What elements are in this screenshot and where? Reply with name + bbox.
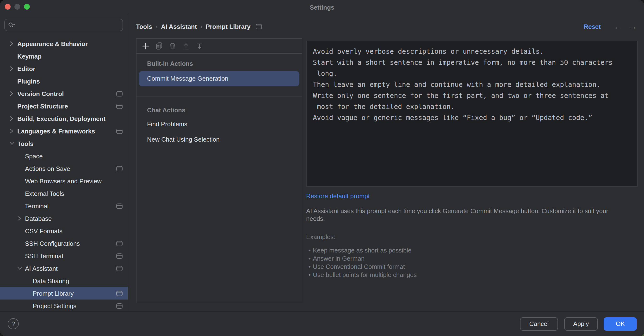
sidebar-item-space[interactable]: Space — [0, 150, 128, 162]
help-button[interactable]: ? — [8, 318, 19, 329]
prompt-description-line: AI Assistant uses this prompt each time … — [306, 207, 638, 215]
prompt-line: Then leave an empty line and continue wi… — [313, 79, 631, 90]
prompt-line: Avoid vague or generic messages like “Fi… — [313, 112, 631, 123]
chevron-down-icon[interactable] — [17, 266, 25, 270]
per-project-icon — [116, 91, 122, 96]
delete-icon[interactable] — [168, 42, 177, 50]
title-bar: Settings — [0, 0, 644, 14]
cancel-button[interactable]: Cancel — [520, 317, 558, 331]
bullet-icon: • — [306, 271, 313, 279]
search-caret-icon — [13, 24, 15, 25]
sidebar-item-tools[interactable]: Tools — [0, 137, 128, 150]
chevron-right-icon[interactable] — [10, 41, 17, 46]
sidebar-item-editor[interactable]: Editor — [0, 62, 128, 75]
back-arrow-icon[interactable]: ← — [614, 22, 622, 30]
group-divider — [136, 96, 302, 96]
example-item: •Use bullet points for multiple changes — [306, 271, 638, 279]
sidebar-item-plugins[interactable]: Plugins — [0, 75, 128, 87]
add-icon[interactable] — [141, 42, 150, 50]
sidebar-item-project-structure[interactable]: Project Structure — [0, 100, 128, 112]
sidebar-item-ssh-terminal[interactable]: SSH Terminal — [0, 250, 128, 262]
sidebar-item-languages-frameworks[interactable]: Languages & Frameworks — [0, 125, 128, 137]
sidebar-item-csv-formats[interactable]: CSV Formats — [0, 225, 128, 237]
breadcrumb-prompt-library: Prompt Library — [206, 23, 250, 30]
actions-list: Built-In Actions Commit Message Generati… — [136, 54, 302, 147]
chevron-right-icon[interactable] — [10, 91, 17, 96]
import-icon[interactable] — [195, 42, 204, 50]
chevron-right-icon[interactable] — [17, 216, 25, 221]
breadcrumb: Tools › AI Assistant › Prompt Library — [136, 23, 262, 30]
chevron-right-icon[interactable] — [10, 129, 17, 134]
sidebar-item-prompt-library[interactable]: Prompt Library — [0, 287, 128, 300]
bullet-icon: • — [306, 263, 313, 271]
sidebar-item-actions-on-save[interactable]: Actions on Save — [0, 162, 128, 175]
prompt-line: most for the detailed explanation. — [313, 101, 631, 112]
per-project-icon — [116, 203, 122, 208]
chevron-right-icon[interactable] — [10, 66, 17, 71]
bullet-icon: • — [306, 254, 313, 263]
prompt-description-line: needs. — [306, 215, 638, 223]
duplicate-icon[interactable] — [155, 42, 164, 50]
settings-tree: Appearance & Behavior Keymap Editor Plug… — [0, 37, 128, 311]
settings-window: Settings Appearance & Behavior Keymap — [0, 0, 644, 336]
sidebar-item-appearance-behavior[interactable]: Appearance & Behavior — [0, 37, 128, 50]
prompt-details: Avoid overly verbose descriptions or unn… — [306, 38, 638, 311]
example-item: •Answer in German — [306, 254, 638, 263]
sidebar-item-keymap[interactable]: Keymap — [0, 50, 128, 62]
sidebar-item-web-browsers-and-preview[interactable]: Web Browsers and Preview — [0, 175, 128, 187]
list-item-commit-message-generation[interactable]: Commit Message Generation — [139, 71, 300, 86]
per-project-icon — [116, 103, 122, 109]
prompt-line: Write only one sentence for the first pa… — [313, 90, 631, 101]
sidebar-item-build-execution-deployment[interactable]: Build, Execution, Deployment — [0, 112, 128, 125]
sidebar-item-ai-assistant[interactable]: AI Assistant — [0, 262, 128, 275]
page-header: Tools › AI Assistant › Prompt Library Re… — [128, 14, 644, 38]
breadcrumb-separator: › — [156, 23, 158, 30]
per-project-icon — [116, 241, 122, 246]
breadcrumb-ai-assistant[interactable]: AI Assistant — [161, 23, 197, 30]
settings-search-box[interactable] — [4, 19, 123, 31]
export-icon[interactable] — [182, 42, 190, 50]
example-text: Answer in German — [313, 254, 364, 263]
group-header-chat-actions: Chat Actions — [136, 104, 302, 117]
per-project-icon — [116, 166, 122, 171]
sidebar-item-project-settings[interactable]: Project Settings — [0, 300, 128, 311]
per-project-icon — [116, 253, 122, 258]
screen: Settings Appearance & Behavior Keymap — [0, 0, 644, 336]
sidebar-item-data-sharing[interactable]: Data Sharing — [0, 275, 128, 287]
prompt-actions-panel: Built-In Actions Commit Message Generati… — [136, 38, 302, 303]
restore-default-prompt-link[interactable]: Restore default prompt — [306, 192, 370, 200]
search-icon — [8, 22, 16, 28]
sidebar-item-version-control[interactable]: Version Control — [0, 87, 128, 100]
reset-link[interactable]: Reset — [584, 23, 601, 30]
per-project-icon — [256, 24, 262, 29]
dialog-footer: ? Cancel Apply OK — [0, 311, 644, 336]
prompt-line: long. — [313, 68, 631, 79]
per-project-icon — [116, 128, 122, 134]
sidebar-item-database[interactable]: Database — [0, 212, 128, 225]
sidebar-item-terminal[interactable]: Terminal — [0, 200, 128, 212]
ok-button[interactable]: OK — [604, 317, 637, 331]
prompt-line: Start with a short sentence in imperativ… — [313, 57, 631, 68]
example-item: •Use Conventional Commit format — [306, 263, 638, 271]
prompt-description: AI Assistant uses this prompt each time … — [306, 207, 638, 223]
chevron-down-icon[interactable] — [10, 142, 17, 146]
settings-search-input[interactable] — [18, 21, 120, 29]
breadcrumb-tools[interactable]: Tools — [136, 23, 152, 30]
example-item: •Keep message as short as possible — [306, 246, 638, 254]
sidebar-item-external-tools[interactable]: External Tools — [0, 187, 128, 200]
actions-toolbar — [136, 39, 302, 54]
list-item-find-problems[interactable]: Find Problems — [136, 117, 302, 132]
prompt-line: Avoid overly verbose descriptions or unn… — [313, 46, 631, 57]
chevron-right-icon[interactable] — [10, 116, 17, 121]
forward-arrow-icon[interactable]: → — [628, 22, 637, 30]
settings-sidebar: Appearance & Behavior Keymap Editor Plug… — [0, 14, 128, 311]
example-text: Use Conventional Commit format — [313, 263, 405, 271]
sidebar-item-ssh-configurations[interactable]: SSH Configurations — [0, 237, 128, 250]
examples-list: •Keep message as short as possible •Answ… — [306, 246, 638, 279]
bullet-icon: • — [306, 246, 313, 254]
per-project-icon — [116, 266, 122, 271]
list-item-new-chat-using-selection[interactable]: New Chat Using Selection — [136, 132, 302, 147]
prompt-editor[interactable]: Avoid overly verbose descriptions or unn… — [306, 41, 638, 187]
settings-main: Tools › AI Assistant › Prompt Library Re… — [128, 14, 644, 311]
apply-button[interactable]: Apply — [564, 317, 598, 331]
